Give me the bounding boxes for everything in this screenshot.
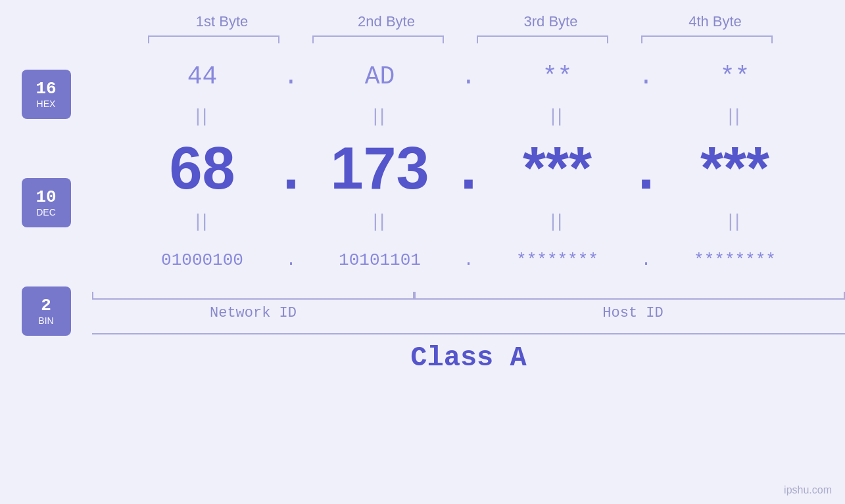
byte-label-4: 4th Byte [633, 13, 798, 30]
network-id-label: Network ID [92, 305, 414, 321]
bin-badge-label: BIN [38, 315, 53, 326]
dec-badge-number: 10 [36, 188, 56, 207]
sep-2-2: || [308, 210, 452, 231]
ip-display: 44 . AD . ** . ** [92, 50, 845, 374]
sep-1-3: || [485, 105, 630, 126]
byte-label-2: 2nd Byte [304, 13, 469, 30]
hex-byte-3: ** [485, 62, 630, 91]
content-area: 16 HEX 10 DEC 2 BIN 44 . [0, 50, 845, 374]
class-area: Class A [92, 333, 845, 374]
bottom-section: Network ID Host ID [92, 292, 845, 321]
sep-1-4: || [663, 105, 808, 126]
dec-byte-4: *** [663, 135, 808, 202]
watermark: ipshu.com [784, 484, 832, 496]
sep-2-4: || [663, 210, 808, 231]
dec-dot-1: . [275, 135, 308, 202]
bin-row: 01000100 . 10101101 . ******** . [92, 234, 845, 286]
sep-row-1: || || || || [92, 103, 845, 129]
bin-dot-1: . [275, 250, 308, 270]
hex-dot-2: . [452, 62, 485, 91]
byte-label-1: 1st Byte [140, 13, 304, 30]
main-container: 1st Byte 2nd Byte 3rd Byte 4th Byte 16 H… [0, 0, 845, 504]
bin-byte-3: ******** [485, 250, 630, 270]
dec-dot-3: . [630, 135, 663, 202]
hex-badge: 16 HEX [22, 70, 71, 119]
top-bracket-row [107, 35, 831, 43]
hex-byte-4: ** [663, 62, 808, 91]
sep-1-2: || [308, 105, 452, 126]
top-bracket-4 [641, 35, 773, 43]
host-bracket [414, 292, 845, 300]
bin-byte-4: ******** [663, 250, 808, 270]
hex-badge-number: 16 [36, 80, 56, 99]
dec-badge: 10 DEC [22, 178, 71, 227]
bottom-labels: Network ID Host ID [92, 305, 845, 321]
byte-label-3: 3rd Byte [469, 13, 633, 30]
dec-badge-label: DEC [36, 207, 56, 218]
bin-dot-3: . [630, 250, 663, 270]
hex-dot-3: . [630, 62, 663, 91]
dec-dot-2: . [452, 135, 485, 202]
byte-labels-row: 1st Byte 2nd Byte 3rd Byte 4th Byte [107, 13, 831, 30]
bin-byte-2: 10101101 [308, 250, 452, 270]
top-bracket-1 [148, 35, 279, 43]
sep-1-1: || [130, 105, 275, 126]
badges-column: 16 HEX 10 DEC 2 BIN [0, 50, 92, 336]
sep-row-2: || || || || [92, 208, 845, 234]
bin-byte-1: 01000100 [130, 250, 275, 270]
dec-byte-1: 68 [130, 135, 275, 202]
network-bracket [92, 292, 414, 300]
top-bracket-2 [312, 35, 444, 43]
hex-byte-1: 44 [130, 62, 275, 91]
class-label: Class A [410, 342, 526, 374]
top-bracket-3 [477, 35, 608, 43]
bin-badge: 2 BIN [22, 286, 71, 336]
bin-badge-number: 2 [41, 296, 51, 315]
bottom-brackets [92, 292, 845, 300]
bin-dot-2: . [452, 250, 485, 270]
class-divider [92, 333, 845, 334]
host-id-label: Host ID [421, 305, 845, 321]
dec-byte-3: *** [485, 135, 630, 202]
hex-row: 44 . AD . ** . ** [92, 50, 845, 103]
dec-row: 68 . 173 . *** . *** [92, 129, 845, 208]
hex-dot-1: . [275, 62, 308, 91]
dec-byte-2: 173 [308, 135, 452, 202]
hex-byte-2: AD [308, 62, 452, 91]
sep-2-1: || [130, 210, 275, 231]
sep-2-3: || [485, 210, 630, 231]
hex-badge-label: HEX [37, 99, 56, 109]
